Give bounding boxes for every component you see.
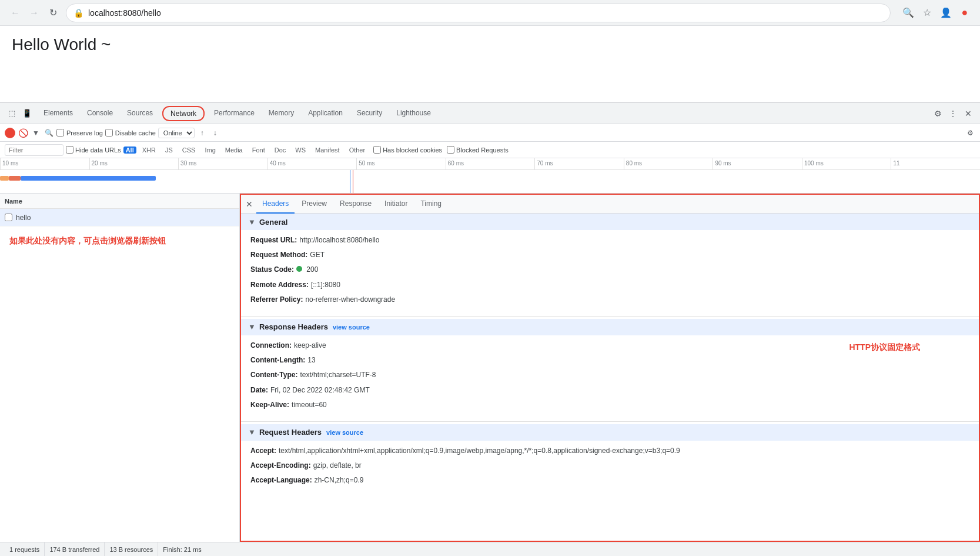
accept-key: Accept:: [250, 445, 276, 457]
preserve-log-checkbox[interactable]: [56, 129, 64, 136]
request-accept-row: Accept: text/html,application/xhtml+xml,…: [250, 445, 969, 457]
response-headers-view-source[interactable]: view source: [333, 324, 370, 331]
status-requests: 1 requests: [5, 542, 45, 556]
tab-memory[interactable]: Memory: [262, 103, 301, 124]
tab-sources[interactable]: Sources: [120, 103, 160, 124]
search-button[interactable]: 🔍: [44, 128, 54, 138]
hide-data-urls-label[interactable]: Hide data URLs: [66, 146, 121, 154]
accept-value: text/html,application/xhtml+xml,applicat…: [279, 445, 680, 457]
filter-input[interactable]: [5, 144, 63, 156]
tick-70ms: 70 ms: [534, 158, 624, 169]
disable-cache-label[interactable]: Disable cache: [105, 129, 156, 136]
chrome-menu-button[interactable]: ●: [956, 5, 973, 21]
hide-data-urls-checkbox[interactable]: [66, 146, 73, 154]
date-key: Date:: [250, 385, 268, 396]
tab-lighthouse[interactable]: Lighthouse: [389, 103, 438, 124]
general-section-header[interactable]: ▼ General: [241, 214, 979, 230]
file-list-panel: Name hello 如果此处没有内容，可点击浏览器刷新按钮: [0, 194, 240, 542]
forward-button[interactable]: →: [26, 5, 42, 21]
tab-elements[interactable]: Elements: [36, 103, 80, 124]
has-blocked-cookies-checkbox[interactable]: [373, 146, 381, 154]
tick-90ms: 90 ms: [713, 158, 802, 169]
filter-doc[interactable]: Doc: [271, 144, 290, 156]
request-headers-toggle-icon: ▼: [248, 428, 256, 437]
timeline-ruler: 10 ms 20 ms 30 ms 40 ms 50 ms 60 ms 70 m…: [0, 158, 980, 170]
blocked-requests-checkbox[interactable]: [447, 146, 454, 154]
tick-11: 11: [891, 158, 980, 169]
inspect-element-button[interactable]: ⬚: [5, 106, 19, 121]
remote-address-key: Remote Address:: [250, 279, 309, 291]
profile-button[interactable]: 👤: [938, 5, 954, 21]
file-item-hello[interactable]: hello: [0, 209, 239, 227]
filter-js[interactable]: JS: [162, 144, 176, 156]
address-bar[interactable]: 🔒 localhost:8080/hello: [66, 4, 891, 22]
general-request-method-row: Request Method: GET: [250, 249, 969, 261]
filter-manifest[interactable]: Manifest: [312, 144, 343, 156]
device-toolbar-button[interactable]: 📱: [20, 106, 34, 121]
details-tab-preview[interactable]: Preview: [296, 195, 333, 214]
tab-application[interactable]: Application: [301, 103, 350, 124]
devtools-more-button[interactable]: ⋮: [946, 106, 960, 121]
response-headers-section-header[interactable]: ▼ Response Headers view source: [241, 319, 979, 335]
devtools-panel: ⬚ 📱 Elements Console Sources Network Per…: [0, 102, 980, 556]
tab-performance[interactable]: Performance: [207, 103, 262, 124]
bookmark-button[interactable]: ☆: [919, 5, 935, 21]
record-button[interactable]: [5, 128, 15, 138]
filter-img[interactable]: Img: [201, 144, 219, 156]
general-status-code-row: Status Code: 200: [250, 264, 969, 275]
has-blocked-cookies-label[interactable]: Has blocked cookies: [373, 146, 442, 154]
throttle-select[interactable]: Online: [158, 128, 195, 138]
request-headers-view-source[interactable]: view source: [326, 429, 363, 436]
devtools-icon-buttons: ⬚ 📱: [5, 106, 34, 121]
tick-100ms: 100 ms: [802, 158, 891, 169]
nav-buttons: ← → ↻: [7, 5, 61, 21]
request-headers-section-header[interactable]: ▼ Request Headers view source: [241, 424, 979, 441]
file-list-header: Name: [0, 194, 239, 209]
preserve-log-label[interactable]: Preserve log: [56, 129, 103, 136]
filter-css[interactable]: CSS: [179, 144, 199, 156]
details-tab-timing[interactable]: Timing: [414, 195, 447, 214]
filter-font[interactable]: Font: [249, 144, 269, 156]
details-tab-headers[interactable]: Headers: [256, 195, 295, 214]
lock-icon: 🔒: [73, 8, 83, 18]
devtools-close-button[interactable]: ✕: [961, 106, 975, 121]
browser-chrome: ← → ↻ 🔒 localhost:8080/hello 🔍 ☆ 👤 ●: [0, 0, 980, 26]
devtools-settings-button[interactable]: ⚙: [931, 106, 945, 121]
back-button[interactable]: ←: [7, 5, 24, 21]
general-toggle-icon: ▼: [248, 218, 256, 227]
filter-media[interactable]: Media: [222, 144, 246, 156]
request-headers-section-body: Accept: text/html,application/xhtml+xml,…: [241, 441, 979, 495]
date-value: Fri, 02 Dec 2022 02:48:42 GMT: [270, 385, 370, 396]
connection-key: Connection:: [250, 340, 292, 351]
timeline-bars: [0, 170, 980, 194]
details-close-button[interactable]: ✕: [243, 198, 255, 210]
tab-network[interactable]: Network: [162, 106, 205, 121]
filter-xhr[interactable]: XHR: [139, 144, 159, 156]
filter-other[interactable]: Other: [346, 144, 369, 156]
details-tab-initiator[interactable]: Initiator: [379, 195, 413, 214]
page-content: Hello World ~: [0, 26, 980, 102]
filter-ws[interactable]: WS: [292, 144, 309, 156]
tick-60ms: 60 ms: [446, 158, 535, 169]
export-har-button[interactable]: ↓: [210, 128, 220, 138]
headers-content: ▼ General Request URL: http://localhost:…: [241, 214, 979, 494]
clear-button[interactable]: 🚫: [18, 128, 28, 138]
details-tab-response[interactable]: Response: [334, 195, 377, 214]
tab-security[interactable]: Security: [350, 103, 389, 124]
import-har-button[interactable]: ↑: [197, 128, 208, 138]
refresh-button[interactable]: ↻: [45, 5, 61, 21]
remote-address-value: [::1]:8080: [311, 279, 340, 291]
tick-10ms: 10 ms: [0, 158, 89, 169]
keep-alive-key: Keep-Alive:: [250, 399, 289, 411]
disable-cache-checkbox[interactable]: [105, 129, 113, 136]
tab-console[interactable]: Console: [80, 103, 120, 124]
blocked-requests-label[interactable]: Blocked Requests: [447, 146, 509, 154]
referrer-policy-key: Referrer Policy:: [250, 294, 303, 305]
filter-button[interactable]: ▼: [31, 128, 41, 138]
all-filter-badge[interactable]: All: [123, 147, 136, 154]
accept-encoding-value: gzip, deflate, br: [313, 460, 362, 471]
network-settings-button[interactable]: ⚙: [965, 128, 975, 138]
file-checkbox[interactable]: [5, 214, 12, 221]
status-code-value: 200: [296, 264, 318, 275]
zoom-button[interactable]: 🔍: [900, 5, 917, 21]
